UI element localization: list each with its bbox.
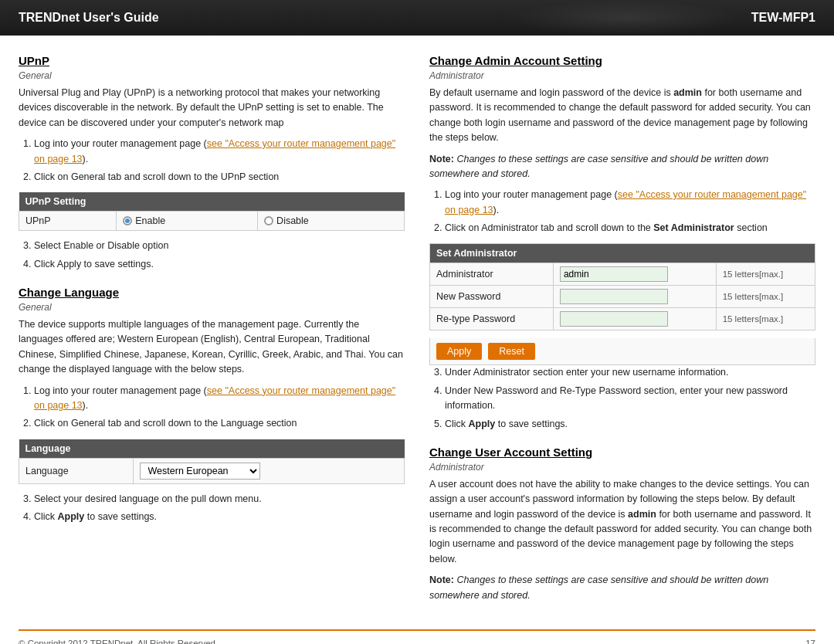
upnp-step-1: Log into your router management page (se… — [34, 137, 405, 167]
admin-password-label: New Password — [430, 286, 554, 308]
admin-password-input[interactable] — [560, 289, 668, 304]
language-table: Language Language Western European Centr… — [19, 439, 405, 484]
admin-row-username: Administrator 15 letters[max.] — [430, 263, 815, 286]
language-table-header: Language — [19, 439, 405, 459]
upnp-heading: UPnP — [19, 54, 405, 67]
upnp-row-label: UPnP — [19, 212, 117, 231]
admin-apply-bold: Apply — [469, 419, 496, 429]
upnp-enable-option[interactable]: Enable — [123, 215, 165, 226]
upnp-disable-radio[interactable] — [264, 216, 273, 225]
admin-password-hint: 15 letters[max.] — [716, 286, 815, 308]
change-admin-label: Administrator — [429, 70, 815, 81]
admin-step-3: Under Administrator section enter your n… — [445, 365, 815, 380]
admin-steps: Log into your router management page (se… — [445, 188, 815, 236]
change-admin-section: Change Admin Account Setting Administrat… — [429, 54, 815, 432]
admin-bold: admin — [673, 87, 702, 98]
language-row-label: Language — [19, 458, 134, 483]
note-label: Note: — [429, 154, 454, 164]
admin-step-1: Log into your router management page (se… — [445, 188, 815, 218]
lang-link-1[interactable]: see "Access your router management page"… — [34, 385, 395, 411]
lang-step-2: Click on General tab and scroll down to … — [34, 416, 405, 431]
admin-retype-input[interactable] — [560, 311, 668, 327]
copyright-text: © Copyright 2012 TRENDnet. All Rights Re… — [19, 639, 218, 644]
change-admin-heading: Change Admin Account Setting — [429, 54, 815, 67]
change-language-section: Change Language General The device suppo… — [19, 286, 405, 524]
admin-link-1[interactable]: see "Access your router management page"… — [445, 189, 806, 215]
upnp-steps: Log into your router management page (se… — [34, 137, 405, 185]
upnp-table: UPnP Setting UPnP Enable — [19, 192, 405, 231]
page-header: TRENDnet User's Guide TEW-MFP1 — [0, 0, 834, 36]
change-user-description: A user account does not have the ability… — [429, 477, 815, 567]
admin-password-input-cell — [553, 286, 716, 308]
language-select-cell: Western European Central European Tradit… — [133, 458, 404, 483]
main-content: UPnP General Universal Plug and Play (UP… — [0, 36, 834, 617]
admin-apply-button[interactable]: Apply — [436, 343, 482, 360]
admin-retype-label: Re-type Password — [430, 308, 554, 330]
change-language-steps: Log into your router management page (se… — [34, 384, 405, 432]
change-user-section: Change User Account Setting Administrato… — [429, 446, 815, 603]
upnp-enable-cell: Enable — [117, 212, 258, 231]
upnp-disable-label: Disable — [276, 215, 309, 226]
upnp-disable-cell: Disable — [258, 212, 405, 231]
upnp-link-1[interactable]: see "Access your router management page"… — [34, 138, 395, 164]
admin-table: Set Administrator Administrator 15 lette… — [429, 243, 815, 330]
lang-apply-bold: Apply — [58, 511, 85, 522]
upnp-step-3: Select Enable or Disable option — [34, 239, 405, 253]
guide-title: TRENDnet User's Guide — [19, 11, 159, 25]
change-language-label: General — [19, 302, 405, 313]
page-footer: © Copyright 2012 TRENDnet. All Rights Re… — [0, 631, 834, 644]
admin-btn-row: Apply Reset — [429, 338, 815, 365]
change-user-note: Note: Changes to these settings are case… — [429, 573, 815, 603]
upnp-enable-label: Enable — [135, 215, 165, 226]
change-language-description: The device supports multiple languages o… — [19, 317, 405, 378]
upnp-section: UPnP General Universal Plug and Play (UP… — [19, 54, 405, 272]
upnp-label: General — [19, 70, 405, 81]
upnp-step-2: Click on General tab and scroll down to … — [34, 170, 405, 185]
page-number: 17 — [805, 639, 815, 644]
user-admin-bold: admin — [628, 509, 656, 520]
admin-username-input[interactable] — [560, 266, 668, 282]
set-administrator-bold: Set Administrator — [653, 222, 734, 233]
upnp-disable-option[interactable]: Disable — [264, 215, 309, 226]
right-column: Change Admin Account Setting Administrat… — [429, 54, 815, 617]
left-column: UPnP General Universal Plug and Play (UP… — [19, 54, 405, 617]
admin-table-header: Set Administrator — [430, 244, 815, 263]
admin-retype-input-cell — [553, 308, 716, 330]
lang-step-1: Log into your router management page (se… — [34, 384, 405, 414]
admin-row-retype: Re-type Password 15 letters[max.] — [430, 308, 815, 330]
admin-username-input-cell — [553, 263, 716, 286]
upnp-enable-radio[interactable] — [123, 216, 132, 225]
admin-username-label: Administrator — [430, 263, 554, 286]
admin-row-password: New Password 15 letters[max.] — [430, 286, 815, 308]
admin-steps-after: Under Administrator section enter your n… — [445, 365, 815, 432]
upnp-steps-continued: Select Enable or Disable option Click Ap… — [34, 239, 405, 272]
upnp-description: Universal Plug and Play (UPnP) is a netw… — [19, 86, 405, 130]
change-admin-description: By default username and login password o… — [429, 86, 815, 146]
user-note-label: Note: — [429, 575, 454, 585]
lang-step-4: Click Apply to save settings. — [34, 510, 405, 524]
change-admin-note: Note: Changes to these settings are case… — [429, 152, 815, 182]
admin-retype-hint: 15 letters[max.] — [716, 308, 815, 330]
model-number: TEW-MFP1 — [751, 11, 815, 25]
lang-step-3: Select your desired language on the pull… — [34, 492, 405, 507]
admin-step-2: Click on Administrator tab and scroll do… — [445, 221, 815, 236]
upnp-table-header: UPnP Setting — [19, 192, 405, 212]
admin-username-hint: 15 letters[max.] — [716, 263, 815, 286]
lang-steps-continued: Select your desired language on the pull… — [34, 492, 405, 525]
admin-step-5: Click Apply to save settings. — [445, 417, 815, 432]
admin-step-4: Under New Password and Re-Type Password … — [445, 384, 815, 414]
change-language-heading: Change Language — [19, 286, 405, 299]
change-user-heading: Change User Account Setting — [429, 446, 815, 459]
change-user-label: Administrator — [429, 462, 815, 473]
language-select[interactable]: Western European Central European Tradit… — [140, 463, 260, 480]
upnp-step-4: Click Apply to save settings. — [34, 257, 405, 272]
admin-reset-button[interactable]: Reset — [488, 343, 535, 360]
